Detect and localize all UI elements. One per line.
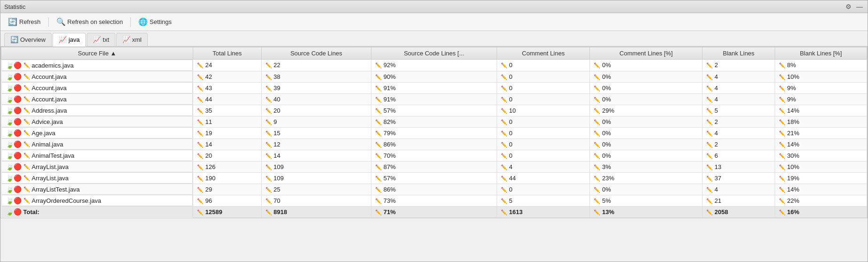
refresh-button[interactable]: 🔄 Refresh <box>4 16 45 28</box>
table-header-row: Source File ▲ Total Lines Source Code Li… <box>1 47 867 60</box>
edit-icon: ✏️ <box>779 164 785 170</box>
refresh-on-selection-icon: 🔍 <box>56 17 66 26</box>
settings-title-btn[interactable]: ⚙ <box>844 2 853 11</box>
cell-source_code_lines: ✏️ 9 <box>261 116 371 127</box>
col-header-source-file[interactable]: Source File ▲ <box>1 47 193 60</box>
table-row[interactable]: 🍃🔴✏️ArrayList.java✏️ 126✏️ 109✏️ 87%✏️ 4… <box>1 161 867 172</box>
overview-tab-icon: 🔄 <box>10 36 18 43</box>
cell-comment_lines_pct: ✏️ 0% <box>590 82 702 93</box>
source-file-name: Age.java <box>32 130 56 137</box>
col-header-source-code-lines[interactable]: Source Code Lines <box>261 47 371 60</box>
table-row[interactable]: 🍃🔴✏️Account.java✏️ 42✏️ 38✏️ 90%✏️ 0✏️ 0… <box>1 71 867 82</box>
edit-icon: ✏️ <box>23 153 30 159</box>
edit-icon: ✏️ <box>23 108 30 114</box>
edit-icon: ✏️ <box>265 164 272 170</box>
cell-source_code_lines_pct: ✏️ 79% <box>371 127 497 139</box>
edit-icon: ✏️ <box>594 153 600 159</box>
edit-icon: ✏️ <box>706 85 713 91</box>
cell-comment_lines: ✏️ 0 <box>497 93 590 105</box>
edit-icon: ✏️ <box>594 198 600 204</box>
cell-source_code_lines_pct: ✏️ 91% <box>371 93 497 105</box>
edit-icon: ✏️ <box>501 85 507 91</box>
cell-comment_lines_pct: ✏️ 23% <box>590 172 702 184</box>
java-tab-icon: 📈 <box>59 36 67 43</box>
edit-icon: ✏️ <box>706 164 713 170</box>
col-header-comment-lines-pct[interactable]: Comment Lines [%] <box>590 47 702 60</box>
xml-tab-label: xml <box>132 36 142 43</box>
cell-total_lines: ✏️ 29 <box>193 184 261 195</box>
tab-overview[interactable]: 🔄 Overview <box>4 33 52 46</box>
edit-icon: ✏️ <box>265 187 272 193</box>
edit-icon: ✏️ <box>23 85 30 91</box>
col-header-comment-lines[interactable]: Comment Lines <box>497 47 590 60</box>
col-header-blank-lines-pct[interactable]: Blank Lines [%] <box>775 47 867 60</box>
refresh-on-selection-label: Refresh on selection <box>68 18 123 25</box>
edit-icon: ✏️ <box>375 209 382 215</box>
cell-comment_lines: ✏️ 44 <box>497 172 590 184</box>
cell-source_code_lines_pct: ✏️ 86% <box>371 139 497 150</box>
edit-icon: ✏️ <box>706 97 713 102</box>
edit-icon: ✏️ <box>375 108 382 114</box>
table-row[interactable]: 🍃🔴✏️Advice.java✏️ 11✏️ 9✏️ 82%✏️ 0✏️ 0%✏… <box>1 116 867 127</box>
edit-icon: ✏️ <box>197 187 204 193</box>
table-row[interactable]: 🍃🔴✏️ArrayList.java✏️ 190✏️ 109✏️ 57%✏️ 4… <box>1 172 867 184</box>
cell-blank_lines_pct: ✏️ 9% <box>775 82 867 93</box>
tab-xml[interactable]: 📈 xml <box>116 33 148 46</box>
cell-source_code_lines: ✏️ 22 <box>261 60 371 71</box>
table-row[interactable]: 🍃🔴✏️ArrayOrderedCourse.java✏️ 96✏️ 70✏️ … <box>1 195 867 206</box>
cell-comment_lines_pct: ✏️ 3% <box>590 161 702 172</box>
toolbar-sep-2 <box>130 17 131 27</box>
edit-icon: ✏️ <box>23 164 30 170</box>
table-row[interactable]: 🍃🔴✏️Account.java✏️ 43✏️ 39✏️ 91%✏️ 0✏️ 0… <box>1 82 867 93</box>
edit-icon: ✏️ <box>501 209 507 215</box>
cell-comment_lines_pct: ✏️ 0% <box>590 93 702 105</box>
col-header-source-code-lines-pct[interactable]: Source Code Lines [... <box>371 47 497 60</box>
cell-comment_lines_pct: ✏️ 0% <box>590 127 702 139</box>
cell-source_code_lines_pct: ✏️ 86% <box>371 184 497 195</box>
table-row[interactable]: 🍃🔴✏️academics.java✏️ 24✏️ 22✏️ 92%✏️ 0✏️… <box>1 60 867 71</box>
cell-blank_lines: ✏️ 6 <box>702 150 775 161</box>
col-header-total-lines[interactable]: Total Lines <box>193 47 261 60</box>
edit-icon: ✏️ <box>501 153 507 159</box>
cell-total_lines: ✏️ 44 <box>193 93 261 105</box>
tab-java[interactable]: 📈 java <box>53 33 86 46</box>
edit-icon: ✏️ <box>265 119 272 125</box>
edit-icon: ✏️ <box>265 97 272 102</box>
total-row: 🍃🔴Total:✏️ 12589✏️ 8918✏️ 71%✏️ 1613✏️ 1… <box>1 206 867 217</box>
total-cell-source_code_lines_pct: ✏️ 71% <box>371 206 497 217</box>
table-row[interactable]: 🍃🔴✏️Address.java✏️ 35✏️ 20✏️ 57%✏️ 10✏️ … <box>1 105 867 116</box>
file-type-icon: 🍃🔴 <box>6 129 22 137</box>
source-file-name: ArrayList.java <box>32 163 69 170</box>
edit-icon: ✏️ <box>594 108 600 114</box>
edit-icon: ✏️ <box>23 186 30 193</box>
total-cell-blank_lines_pct: ✏️ 16% <box>775 206 867 217</box>
table-row[interactable]: 🍃🔴✏️Age.java✏️ 19✏️ 15✏️ 79%✏️ 0✏️ 0%✏️ … <box>1 127 867 139</box>
edit-icon: ✏️ <box>779 108 785 114</box>
edit-icon: ✏️ <box>375 198 382 204</box>
table-row[interactable]: 🍃🔴✏️Animal.java✏️ 14✏️ 12✏️ 86%✏️ 0✏️ 0%… <box>1 139 867 150</box>
minimize-btn[interactable]: — <box>855 2 864 11</box>
cell-blank_lines: ✏️ 21 <box>702 195 775 206</box>
table-row[interactable]: 🍃🔴✏️AnimalTest.java✏️ 20✏️ 14✏️ 70%✏️ 0✏… <box>1 150 867 161</box>
edit-icon: ✏️ <box>779 176 785 181</box>
table-container[interactable]: Source File ▲ Total Lines Source Code Li… <box>1 47 867 218</box>
statistics-table: Source File ▲ Total Lines Source Code Li… <box>1 47 867 218</box>
file-type-icon: 🍃🔴 <box>6 197 22 204</box>
table-row[interactable]: 🍃🔴✏️ArrayListTest.java✏️ 29✏️ 25✏️ 86%✏️… <box>1 184 867 195</box>
cell-blank_lines_pct: ✏️ 14% <box>775 139 867 150</box>
edit-icon: ✏️ <box>501 74 507 80</box>
edit-icon: ✏️ <box>594 209 600 215</box>
cell-comment_lines: ✏️ 0 <box>497 82 590 93</box>
cell-comment_lines: ✏️ 0 <box>497 60 590 71</box>
content-area: Source File ▲ Total Lines Source Code Li… <box>0 46 868 218</box>
cell-total_lines: ✏️ 43 <box>193 82 261 93</box>
edit-icon: ✏️ <box>23 198 30 204</box>
refresh-icon: 🔄 <box>8 17 17 26</box>
tab-txt[interactable]: 📈 txt <box>87 33 115 46</box>
table-row[interactable]: 🍃🔴✏️Account.java✏️ 44✏️ 40✏️ 91%✏️ 0✏️ 0… <box>1 93 867 105</box>
col-header-blank-lines[interactable]: Blank Lines <box>702 47 775 60</box>
source-file-name: AnimalTest.java <box>32 152 75 159</box>
settings-button[interactable]: 🌐 Settings <box>135 16 175 28</box>
refresh-on-selection-button[interactable]: 🔍 Refresh on selection <box>53 16 127 28</box>
cell-blank_lines_pct: ✏️ 19% <box>775 172 867 184</box>
